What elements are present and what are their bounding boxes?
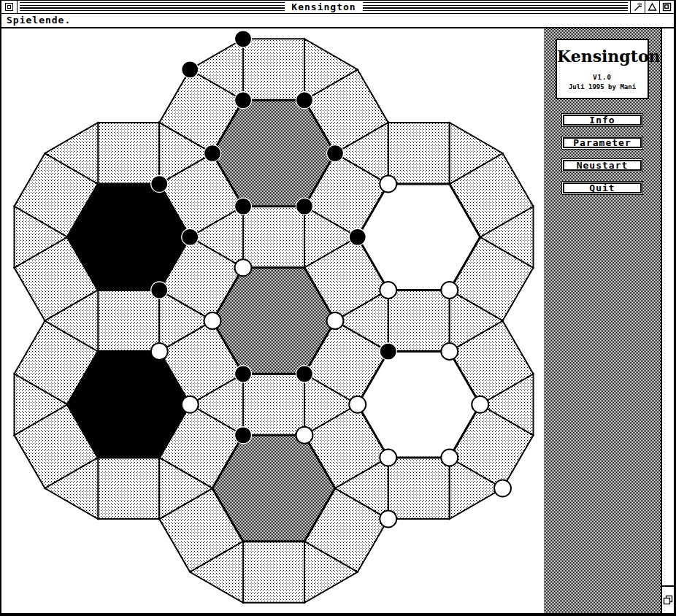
board-tile [243,39,304,100]
piece-black[interactable] [235,92,252,109]
piece-white[interactable] [349,396,366,413]
board-tile [243,374,304,435]
piece-black[interactable] [151,176,168,193]
application-window: Kensington Spielende. Kensington V1 [0,0,676,616]
close-icon [5,3,13,11]
status-bar: Spielende. [1,14,674,28]
piece-black[interactable] [296,92,313,109]
pen-flag-icon [633,2,642,12]
board-tile [388,123,450,184]
resize-handle-icon [662,594,674,606]
logo-panel: Kensington V1.0 Juli 1995 by Mani [556,39,649,99]
close-button[interactable] [1,1,18,13]
piece-black[interactable] [380,343,396,360]
piece-black[interactable] [296,366,313,382]
piece-white[interactable] [494,480,511,497]
resize-handle[interactable] [662,585,674,613]
board-tile [98,123,159,184]
piece-black[interactable] [235,31,252,47]
piece-white[interactable] [441,450,458,466]
logo-title: Kensington [557,47,648,66]
sidebar: Kensington V1.0 Juli 1995 by Mani InfoPa… [544,28,662,613]
piece-black[interactable] [235,366,252,382]
piece-black[interactable] [204,145,221,162]
triangle-icon [648,2,657,12]
piece-white[interactable] [380,450,396,466]
piece-black[interactable] [235,198,252,215]
button-info[interactable]: Info [561,113,643,127]
piece-white[interactable] [235,259,252,276]
piece-white[interactable] [204,312,221,329]
piece-black[interactable] [151,282,168,299]
piece-white[interactable] [380,282,396,299]
title-bar[interactable]: Kensington [1,0,674,14]
iconify-gadget-button[interactable] [645,1,659,13]
piece-black[interactable] [235,427,252,444]
piece-black[interactable] [182,228,199,245]
board-tile [388,290,450,352]
piece-white[interactable] [182,396,199,413]
piece-black[interactable] [182,61,199,78]
button-column: InfoParameterNeustartQuit [544,113,661,195]
status-message: Spielende. [7,15,71,26]
logo-credit: Juli 1995 by Mani [557,83,648,91]
window-title: Kensington [287,1,360,12]
piece-white[interactable] [380,176,396,193]
piece-white[interactable] [472,396,488,413]
piece-white[interactable] [151,343,168,360]
board-tile [388,458,450,519]
piece-black[interactable] [296,198,313,215]
titlebar-lines-right [363,2,628,12]
flag-gadget-button[interactable] [630,1,645,13]
piece-black[interactable] [327,145,344,162]
button-quit[interactable]: Quit [561,181,643,195]
vertical-scrollbar[interactable] [662,28,674,585]
board-tile [243,207,304,268]
board-tile [98,290,159,352]
button-neustart[interactable]: Neustart [561,158,643,172]
button-parameter[interactable]: Parameter [561,136,643,150]
window-content: Kensington V1.0 Juli 1995 by Mani InfoPa… [1,28,674,613]
piece-white[interactable] [296,427,313,444]
board-tile [243,542,304,603]
piece-white[interactable] [441,343,458,360]
piece-black[interactable] [349,228,366,245]
logo-version: V1.0 [557,74,648,81]
board-tile [98,458,159,519]
piece-white[interactable] [380,511,396,528]
fuller-icon [662,2,672,12]
piece-white[interactable] [327,312,344,329]
game-board[interactable] [1,28,545,613]
titlebar-lines-left [20,2,285,12]
fuller-gadget-button[interactable] [659,1,674,13]
piece-white[interactable] [441,282,458,299]
